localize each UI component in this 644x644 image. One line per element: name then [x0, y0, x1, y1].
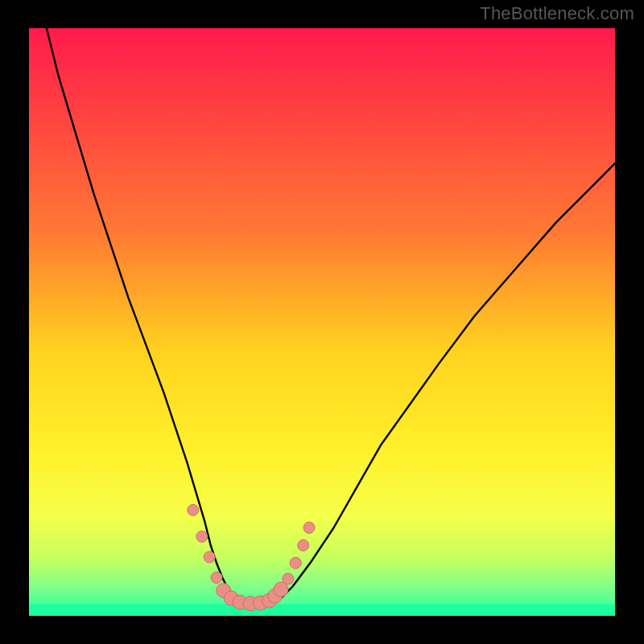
chart-frame: TheBottleneck.com [0, 0, 644, 644]
curve-marker [188, 505, 199, 516]
curve-marker [303, 522, 315, 534]
curve-marker [290, 557, 301, 568]
watermark-text: TheBottleneck.com [480, 3, 634, 24]
curve-marker [211, 572, 222, 584]
curve-marker [204, 551, 215, 563]
plot-background [29, 28, 615, 616]
bottleneck-chart [0, 0, 644, 644]
curve-marker [196, 531, 208, 543]
curve-marker [283, 573, 294, 584]
curve-marker [298, 539, 309, 551]
baseline-band [29, 604, 615, 616]
